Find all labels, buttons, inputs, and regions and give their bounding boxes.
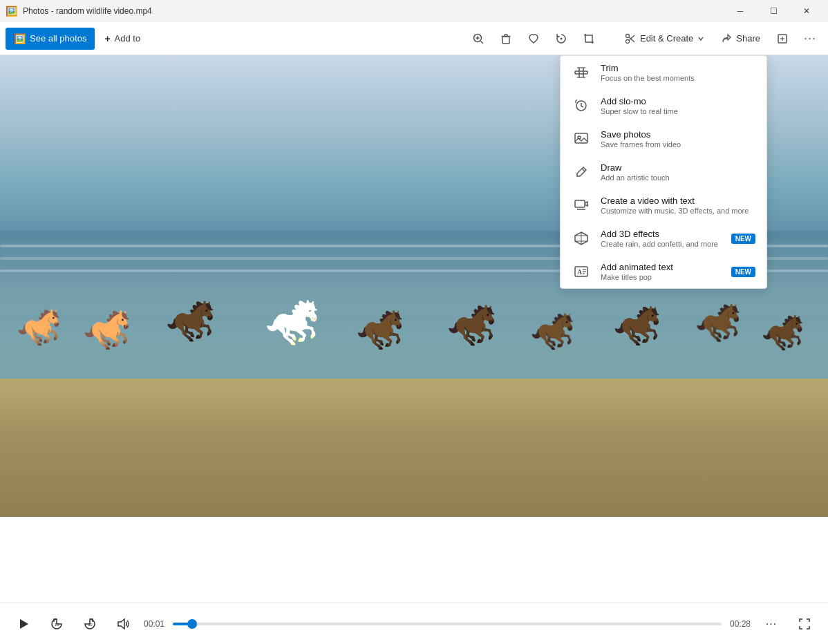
- delete-button[interactable]: [493, 26, 518, 51]
- delete-icon: [500, 32, 512, 45]
- video-controls: 10 30 00:01 00:28 ···: [0, 603, 828, 644]
- maximize-button[interactable]: ☐: [758, 0, 789, 22]
- volume-icon: [116, 617, 130, 631]
- progress-thumb[interactable]: [187, 619, 197, 629]
- animated-text-icon: A: [572, 262, 591, 281]
- fit-window-button[interactable]: [770, 26, 795, 51]
- edit-create-dropdown: Trim Focus on the best moments Add slo-m…: [560, 55, 767, 289]
- svg-rect-25: [575, 200, 585, 207]
- svg-text:30: 30: [88, 623, 93, 627]
- menu-item-animated-text[interactable]: A Add animated text Make titles pop NEW: [561, 255, 766, 288]
- 3d-effects-new-badge: NEW: [731, 234, 755, 244]
- menu-item-trim[interactable]: Trim Focus on the best moments: [561, 56, 766, 89]
- window-title: Photos - random wildlife video.mp4: [23, 6, 152, 16]
- menu-item-save-photos[interactable]: Save photos Save frames from video: [561, 122, 766, 155]
- 3d-effects-text: Add 3D effects Create rain, add confetti…: [601, 229, 722, 248]
- menu-item-video-text[interactable]: Create a video with text Customize with …: [561, 189, 766, 222]
- end-time: 00:28: [730, 619, 751, 629]
- fit-window-icon: [776, 32, 789, 45]
- svg-line-1: [480, 41, 483, 44]
- forward-button[interactable]: 30: [77, 612, 102, 636]
- svg-rect-17: [575, 71, 587, 74]
- title-bar-left: 🖼️ Photos - random wildlife video.mp4: [6, 6, 152, 17]
- rotate-icon: [555, 32, 567, 45]
- rewind-icon: 10: [49, 616, 64, 632]
- heart-icon: [527, 32, 540, 45]
- save-photos-icon: [572, 129, 591, 149]
- edit-create-button[interactable]: Edit & Create: [618, 28, 711, 50]
- ellipsis-icon: ···: [804, 31, 816, 46]
- draw-text: Draw Add an artistic touch: [601, 162, 755, 182]
- share-button[interactable]: Share: [714, 28, 767, 50]
- more-options-button[interactable]: ···: [798, 26, 822, 51]
- menu-item-slo-mo[interactable]: Add slo-mo Super slow to real time: [561, 89, 766, 122]
- forward-icon: 30: [82, 616, 97, 632]
- app-icon: 🖼️: [6, 6, 17, 17]
- more-controls-icon: ···: [766, 618, 777, 630]
- save-photos-text: Save photos Save frames from video: [601, 129, 755, 149]
- fullscreen-button[interactable]: [792, 612, 817, 636]
- zoom-in-button[interactable]: [466, 26, 491, 51]
- svg-point-10: [625, 34, 629, 37]
- svg-marker-39: [118, 619, 124, 629]
- toolbar: 🖼️ See all photos + Add to: [0, 22, 828, 55]
- svg-point-11: [625, 39, 629, 43]
- svg-text:A: A: [577, 268, 583, 276]
- svg-marker-36: [20, 619, 28, 629]
- title-bar: 🖼️ Photos - random wildlife video.mp4 ─ …: [0, 0, 828, 22]
- fullscreen-icon: [798, 618, 811, 630]
- 3d-effects-icon: [572, 229, 591, 248]
- animated-text-new-badge: NEW: [731, 267, 755, 277]
- svg-point-9: [560, 37, 562, 39]
- play-icon: [17, 618, 30, 630]
- svg-text:10: 10: [55, 623, 59, 627]
- video-area: 🐎 🐎 🐎 🐎 🐎 🐎 🐎 🐎 🐎 🐎: [0, 55, 828, 517]
- play-button[interactable]: [11, 612, 36, 636]
- trim-icon: [572, 63, 591, 82]
- progress-bar[interactable]: [173, 623, 722, 625]
- more-controls-button[interactable]: ···: [759, 612, 784, 636]
- close-button[interactable]: ✕: [791, 0, 822, 22]
- photos-icon: 🖼️: [14, 33, 26, 44]
- add-to-button[interactable]: + Add to: [97, 28, 147, 50]
- animated-text-text: Add animated text Make titles pop: [601, 262, 722, 281]
- crop-button[interactable]: [576, 26, 601, 51]
- trim-text: Trim Focus on the best moments: [601, 63, 755, 82]
- current-time: 00:01: [144, 619, 164, 629]
- rewind-button[interactable]: 10: [44, 612, 69, 636]
- title-bar-controls: ─ ☐ ✕: [724, 0, 822, 22]
- favorite-button[interactable]: [521, 26, 546, 51]
- add-icon: +: [104, 33, 110, 44]
- svg-line-24: [582, 169, 585, 171]
- menu-item-draw[interactable]: Draw Add an artistic touch: [561, 155, 766, 189]
- draw-icon: [572, 162, 591, 182]
- share-icon: [721, 33, 732, 44]
- crop-icon: [583, 32, 595, 45]
- volume-button[interactable]: [111, 612, 135, 636]
- slo-mo-icon: [572, 96, 591, 115]
- zoom-in-icon: [472, 32, 484, 45]
- minimize-button[interactable]: ─: [724, 0, 756, 22]
- svg-rect-4: [502, 37, 509, 44]
- chevron-down-icon: [697, 35, 704, 42]
- slo-mo-text: Add slo-mo Super slow to real time: [601, 96, 755, 115]
- video-text-text: Create a video with text Customize with …: [601, 196, 755, 215]
- rotate-button[interactable]: [549, 26, 574, 51]
- see-all-photos-button[interactable]: 🖼️ See all photos: [6, 28, 95, 50]
- menu-item-3d-effects[interactable]: Add 3D effects Create rain, add confetti…: [561, 222, 766, 255]
- scissors-icon: [625, 33, 636, 44]
- video-text-icon: [572, 196, 591, 215]
